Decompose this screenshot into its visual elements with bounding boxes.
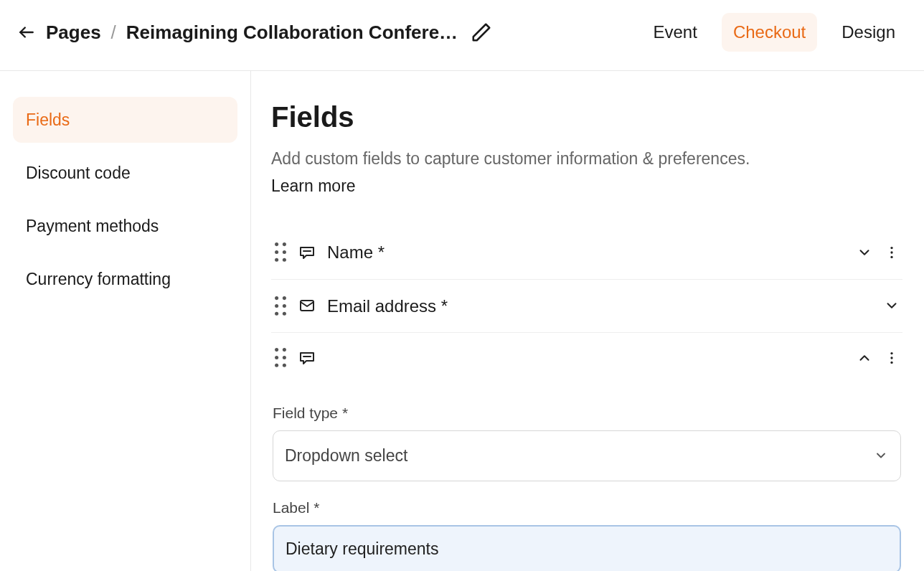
field-type-label: Field type * [273,402,901,423]
page-subtitle: Add custom fields to capture customer in… [271,147,902,197]
field-list: Name * Email address * [271,226,902,571]
svg-point-3 [275,250,278,254]
header: Pages / Reimagining Collaboration Confer… [0,0,924,71]
field-row-new [271,333,902,382]
tab-checkout[interactable]: Checkout [722,13,817,52]
learn-more-link[interactable]: Learn more [271,174,356,197]
svg-point-4 [283,250,286,254]
svg-point-15 [275,312,278,316]
svg-point-8 [890,247,892,249]
pencil-icon[interactable] [471,22,492,43]
chevron-down-icon[interactable] [884,298,900,313]
field-row-name: Name * [271,226,902,280]
label-input[interactable] [273,525,901,571]
tab-design[interactable]: Design [830,13,907,52]
svg-point-13 [275,304,278,308]
svg-point-12 [283,296,286,300]
svg-point-14 [283,304,286,308]
chevron-up-icon[interactable] [857,350,872,366]
svg-point-26 [890,357,892,359]
mail-icon [298,297,316,314]
svg-point-25 [890,351,892,354]
svg-point-1 [275,242,278,246]
drag-handle-icon[interactable] [274,242,287,263]
svg-point-2 [283,242,286,246]
chevron-down-icon[interactable] [857,245,872,260]
svg-point-9 [890,251,892,253]
label-input-label: Label * [273,497,901,518]
field-type-select[interactable]: Dropdown select [273,430,901,481]
sidebar: Fields Discount code Payment methods Cur… [0,71,251,571]
svg-point-5 [275,258,278,262]
sidebar-item-currency-formatting[interactable]: Currency formatting [13,256,237,302]
svg-point-21 [283,356,286,359]
field-row-email: Email address * [271,280,902,334]
breadcrumb: Pages / Reimagining Collaboration Confer… [17,19,642,45]
field-label: Name * [327,240,845,265]
kebab-menu-icon[interactable] [884,350,900,366]
chevron-down-icon [874,448,888,463]
field-type-value[interactable]: Dropdown select [273,430,901,481]
layout: Fields Discount code Payment methods Cur… [0,71,924,571]
drag-handle-icon[interactable] [274,347,287,368]
svg-point-27 [890,361,892,363]
svg-point-10 [890,256,892,258]
page-subtitle-text: Add custom fields to capture customer in… [271,149,750,168]
kebab-menu-icon[interactable] [884,245,900,260]
svg-point-18 [275,348,278,351]
sidebar-item-payment-methods[interactable]: Payment methods [13,203,237,249]
breadcrumb-title: Reimagining Collaboration Confere… [126,19,458,45]
back-arrow-icon[interactable] [17,23,36,42]
svg-point-11 [275,296,278,300]
svg-point-23 [283,364,286,367]
breadcrumb-separator: / [111,19,116,45]
svg-point-6 [283,258,286,262]
breadcrumb-root[interactable]: Pages [46,19,101,45]
tab-event[interactable]: Event [642,13,709,52]
svg-point-19 [283,348,286,351]
svg-point-16 [283,312,286,316]
drag-handle-icon[interactable] [274,296,287,316]
main: Fields Add custom fields to capture cust… [251,71,924,571]
svg-point-20 [275,356,278,359]
page-title: Fields [271,97,902,137]
svg-point-22 [275,364,278,367]
sidebar-item-fields[interactable]: Fields [13,97,237,143]
message-icon [298,244,316,261]
header-tabs: Event Checkout Design [642,13,907,52]
message-icon [298,349,316,367]
sidebar-item-discount-code[interactable]: Discount code [13,150,237,196]
field-editor: Field type * Dropdown select Label * [271,382,902,571]
field-label: Email address * [327,294,872,318]
